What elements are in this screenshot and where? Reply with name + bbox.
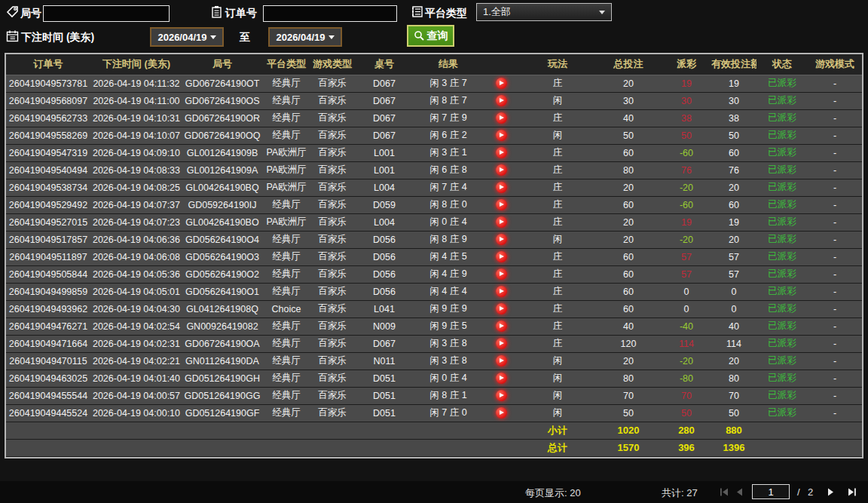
play-icon[interactable] [496,216,507,228]
play-icon[interactable] [496,199,507,210]
last-page-icon[interactable] [847,487,857,497]
play-icon[interactable] [496,407,507,419]
page-number-input[interactable] [752,484,790,499]
game-no-cell: GD051264190GH [182,370,262,387]
play-icon[interactable] [496,78,507,89]
valid-bet-cell: 50 [711,127,756,144]
payout-cell: 30 [662,92,711,109]
order-no-input[interactable] [263,5,397,22]
game-mode-cell: - [808,92,862,109]
total-bet-cell: 60 [595,265,662,283]
date-to-picker[interactable]: 2026/04/19 [268,27,342,47]
game-no-cell: GD051264190GF [182,404,262,422]
column-header: 玩法 [520,54,595,75]
replay-cell [482,196,520,213]
table-row: 260419049445524 2026-04-19 04:00:10 GD05… [6,404,862,422]
play-icon[interactable] [496,130,507,141]
payout-cell: 57 [662,265,711,283]
game-no-cell: GL0012641909B [182,144,262,161]
bet-time-cell: 2026-04-19 04:08:33 [90,161,182,179]
search-button[interactable]: 查询 [407,25,454,47]
game-type-cell: 百家乐 [310,92,354,109]
table-row: 260419049562733 2026-04-19 04:10:31 GD06… [6,109,862,127]
wager-type-cell: 闲 [520,387,595,404]
total-count-value: 27 [686,487,697,498]
play-icon[interactable] [496,321,507,332]
valid-bet-cell: 20 [711,179,756,196]
grand-total-row: 总计 1570 396 1396 [6,439,862,456]
play-icon[interactable] [496,95,507,106]
order-no-cell: 260419049558269 [6,127,90,144]
replay-cell [482,283,520,300]
valid-bet-cell: 40 [711,317,756,335]
column-header: 局号 [182,54,262,75]
order-no-cell: 260419049476271 [6,317,90,335]
play-icon[interactable] [496,390,507,401]
next-page-icon[interactable] [826,487,836,497]
platform-cell: 经典厅 [262,317,310,335]
table-row: 260419049471664 2026-04-19 04:02:31 GD06… [6,335,862,352]
bet-time-cell: 2026-04-19 04:07:23 [90,213,182,231]
platform-type-select[interactable]: 1.全部 [476,3,612,21]
wager-type-cell: 庄 [520,283,595,300]
game-no-cell: GD067264190OT [182,75,262,92]
replay-cell [482,75,520,92]
game-type-cell: 百家乐 [310,213,354,231]
wager-type-cell: 庄 [520,300,595,317]
chevron-down-icon [329,35,335,39]
date-from-picker[interactable]: 2026/04/19 [150,27,224,47]
play-icon[interactable] [496,338,507,349]
game-no-cell: GL004264190BO [182,213,262,231]
play-icon[interactable] [496,373,507,384]
table-row: 260419049455544 2026-04-19 04:00:57 GD05… [6,387,862,404]
play-icon[interactable] [496,164,507,176]
bet-time-cell: 2026-04-19 04:02:54 [90,317,182,335]
game-no-cell: GL0412641908Q [182,300,262,317]
payout-cell: -60 [662,196,711,213]
game-mode-cell: - [808,265,862,283]
play-icon[interactable] [496,268,507,280]
prev-page-icon[interactable] [735,487,745,497]
play-icon[interactable] [496,182,507,193]
grand-total-label: 总计 [520,439,595,456]
status-cell: 已派彩 [756,300,808,317]
bet-time-cell: 2026-04-19 04:11:00 [90,92,182,109]
play-icon[interactable] [496,286,507,297]
result-cell: 闲 3 庄 8 [414,352,482,370]
play-icon[interactable] [496,147,507,158]
platform-cell: 经典厅 [262,92,310,109]
table-row: 260419049499859 2026-04-19 04:05:01 GD05… [6,283,862,300]
game-mode-cell: - [808,161,862,179]
status-cell: 已派彩 [756,75,808,92]
total-bet-cell: 50 [595,404,662,422]
order-no-cell: 260419049499859 [6,283,90,300]
game-type-cell: 百家乐 [310,300,354,317]
order-no-cell: 260419049573781 [6,75,90,92]
game-no-input[interactable] [43,5,170,22]
game-no-cell: GL004264190BQ [182,179,262,196]
table-no-cell: N009 [354,317,414,335]
replay-cell [482,213,520,231]
play-icon[interactable] [496,112,507,124]
game-mode-cell: - [808,144,862,161]
table-body: 260419049573781 2026-04-19 04:11:32 GD06… [6,75,862,422]
play-icon[interactable] [496,251,507,262]
date-to-value: 2026/04/19 [276,32,325,43]
result-cell: 闲 9 庄 5 [414,317,482,335]
order-no-cell: 260419049511897 [6,248,90,265]
grand-total-payout: 396 [662,439,711,456]
game-type-cell: 百家乐 [310,248,354,265]
replay-cell [482,317,520,335]
first-page-icon[interactable] [720,487,730,497]
play-icon[interactable] [496,234,507,245]
table-no-cell: D051 [354,387,414,404]
column-header: 总投注 [595,54,662,75]
bet-time-cell: 2026-04-19 04:07:37 [90,196,182,213]
table-no-cell: D059 [354,196,414,213]
payout-cell: 19 [662,75,711,92]
valid-bet-cell: 0 [711,283,756,300]
bet-time-cell: 2026-04-19 04:01:40 [90,370,182,387]
play-icon[interactable] [496,355,507,367]
tag-icon [6,5,19,18]
play-icon[interactable] [496,303,507,314]
